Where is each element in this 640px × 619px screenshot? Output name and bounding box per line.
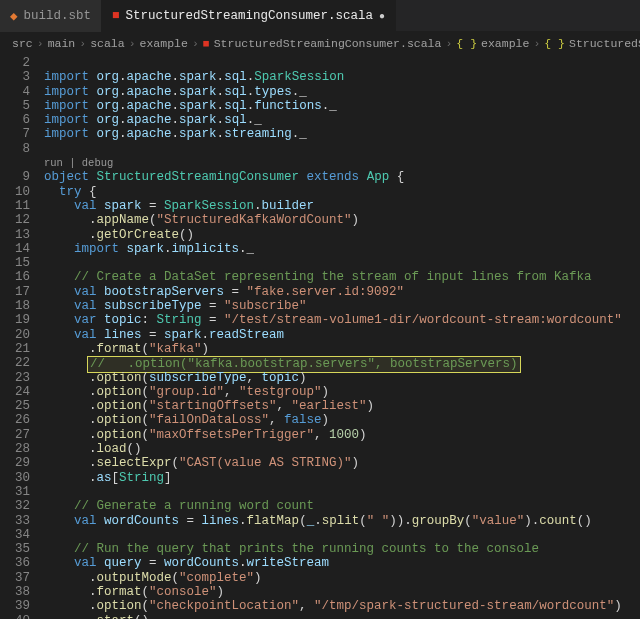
breadcrumb-item[interactable]: StructuredStreamingConsumer bbox=[569, 37, 640, 50]
code-content[interactable]: import org.apache.spark.sql.SparkSession… bbox=[44, 54, 640, 619]
code-line[interactable] bbox=[44, 256, 640, 270]
code-line[interactable]: // Run the query that prints the running… bbox=[44, 542, 640, 556]
chevron-right-icon: › bbox=[37, 37, 44, 50]
breadcrumb-item[interactable]: scala bbox=[90, 37, 125, 50]
code-line[interactable] bbox=[44, 485, 640, 499]
code-line[interactable]: // Generate a running word count bbox=[44, 499, 640, 513]
editor-tabs: ◆ build.sbt ■ StructuredStreamingConsume… bbox=[0, 0, 640, 32]
code-line[interactable]: .option("group.id", "testgroup") bbox=[44, 385, 640, 399]
code-line[interactable] bbox=[44, 56, 640, 70]
code-line[interactable]: .appName("StructuredKafkaWordCount") bbox=[44, 213, 640, 227]
code-line[interactable]: import spark.implicits._ bbox=[44, 242, 640, 256]
code-line[interactable]: import org.apache.spark.streaming._ bbox=[44, 127, 640, 141]
code-line[interactable]: val lines = spark.readStream bbox=[44, 328, 640, 342]
scala-file-icon: ■ bbox=[203, 37, 210, 50]
code-line[interactable]: .option(subscribeType, topic) bbox=[44, 371, 640, 385]
code-line[interactable]: .option("startingOffsets", "earliest") bbox=[44, 399, 640, 413]
chevron-right-icon: › bbox=[129, 37, 136, 50]
code-line[interactable]: val wordCounts = lines.flatMap(_.split("… bbox=[44, 514, 640, 528]
code-line[interactable]: .format("console") bbox=[44, 585, 640, 599]
code-line[interactable]: .option("failOnDataLoss", false) bbox=[44, 413, 640, 427]
code-line[interactable]: val subscribeType = "subscribe" bbox=[44, 299, 640, 313]
code-line[interactable]: .as[String] bbox=[44, 471, 640, 485]
breadcrumb-item[interactable]: src bbox=[12, 37, 33, 50]
tab-label: StructuredStreamingConsumer.scala bbox=[126, 9, 374, 23]
code-line[interactable]: val query = wordCounts.writeStream bbox=[44, 556, 640, 570]
code-line[interactable]: .start() bbox=[44, 614, 640, 619]
code-line[interactable]: import org.apache.spark.sql.types._ bbox=[44, 85, 640, 99]
code-line[interactable]: import org.apache.spark.sql.functions._ bbox=[44, 99, 640, 113]
chevron-right-icon: › bbox=[533, 37, 540, 50]
tab-build-sbt[interactable]: ◆ build.sbt bbox=[0, 0, 102, 32]
code-line[interactable]: .option("maxOffsetsPerTrigger", 1000) bbox=[44, 428, 640, 442]
tab-structured-streaming-consumer[interactable]: ■ StructuredStreamingConsumer.scala ● bbox=[102, 0, 396, 32]
scala-file-icon: ■ bbox=[112, 9, 120, 23]
chevron-right-icon: › bbox=[79, 37, 86, 50]
code-line[interactable]: // Create a DataSet representing the str… bbox=[44, 270, 640, 284]
code-line[interactable]: .load() bbox=[44, 442, 640, 456]
code-line[interactable]: // .option("kafka.bootstrap.servers", bo… bbox=[44, 356, 640, 370]
code-line[interactable]: import org.apache.spark.sql.SparkSession bbox=[44, 70, 640, 84]
code-line[interactable]: .outputMode("complete") bbox=[44, 571, 640, 585]
breadcrumb-item[interactable]: example bbox=[481, 37, 529, 50]
breadcrumb-item[interactable]: example bbox=[140, 37, 188, 50]
codelens-run-debug[interactable]: run | debug bbox=[44, 157, 113, 169]
code-line[interactable]: val spark = SparkSession.builder bbox=[44, 199, 640, 213]
breadcrumb-item[interactable]: main bbox=[48, 37, 76, 50]
braces-icon: { } bbox=[456, 37, 477, 50]
tab-label: build.sbt bbox=[24, 9, 92, 23]
code-line[interactable]: .getOrCreate() bbox=[44, 228, 640, 242]
code-line[interactable]: val bootstrapServers = "fake.server.id:9… bbox=[44, 285, 640, 299]
code-line[interactable]: try { bbox=[44, 185, 640, 199]
code-line[interactable]: .selectExpr("CAST(value AS STRING)") bbox=[44, 456, 640, 470]
braces-icon: { } bbox=[544, 37, 565, 50]
code-line[interactable]: object StructuredStreamingConsumer exten… bbox=[44, 170, 640, 184]
code-line[interactable]: var topic: String = "/test/stream-volume… bbox=[44, 313, 640, 327]
chevron-right-icon: › bbox=[445, 37, 452, 50]
code-editor[interactable]: 2345678910111213141516171819202122232425… bbox=[0, 54, 640, 619]
code-line[interactable]: .option("checkpointLocation", "/tmp/spar… bbox=[44, 599, 640, 613]
breadcrumb[interactable]: src › main › scala › example › ■ Structu… bbox=[0, 32, 640, 54]
line-number-gutter: 2345678910111213141516171819202122232425… bbox=[0, 54, 44, 619]
file-icon: ◆ bbox=[10, 8, 18, 24]
chevron-right-icon: › bbox=[192, 37, 199, 50]
breadcrumb-item[interactable]: StructuredStreamingConsumer.scala bbox=[214, 37, 442, 50]
code-line[interactable]: import org.apache.spark.sql._ bbox=[44, 113, 640, 127]
code-line[interactable] bbox=[44, 142, 640, 156]
code-line[interactable] bbox=[44, 528, 640, 542]
code-line[interactable]: .format("kafka") bbox=[44, 342, 640, 356]
dirty-indicator-icon: ● bbox=[379, 11, 385, 22]
